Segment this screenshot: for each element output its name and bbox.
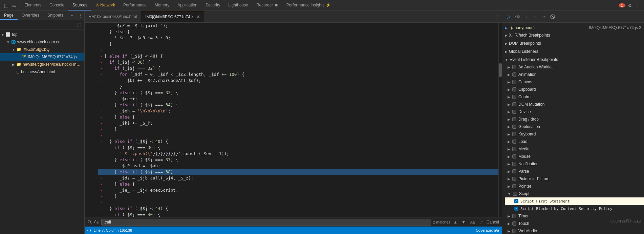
search-next-btn[interactable]: ▼: [460, 219, 467, 225]
inspect-icon[interactable]: ⬚: [3, 2, 9, 9]
bp-item-media[interactable]: ▶ Media: [505, 145, 644, 153]
bp-item-mouse[interactable]: ▶ Mouse: [505, 153, 644, 160]
bp-dom-mut-checkbox[interactable]: [512, 102, 516, 106]
tree-item-ixkzon[interactable]: ▼ 📁 iXkZonSlgCbQ: [0, 46, 84, 53]
bp-control-checkbox[interactable]: [512, 95, 516, 99]
html-file-icon: ◻: [16, 69, 20, 74]
tab-close-icon[interactable]: ✕: [196, 14, 200, 20]
tab-elements[interactable]: Elements: [20, 0, 45, 10]
sidebar-tab-page[interactable]: Page: [0, 11, 18, 20]
gutter-line-24: [85, 169, 92, 175]
tree-item-chinastock[interactable]: ▼ 🌐 www.chinastock.com.cn: [0, 38, 84, 46]
bp-item-pointer[interactable]: ▶ Pointer: [505, 183, 644, 190]
bp-geo-checkbox[interactable]: [512, 125, 516, 129]
search-input[interactable]: [101, 219, 431, 226]
sidebar-tab-more[interactable]: »: [69, 11, 75, 20]
vm108-tab-label: VM108 businessAnnc.html: [89, 14, 137, 19]
bp-script-first-checkbox[interactable]: [514, 199, 518, 203]
search-cancel-btn[interactable]: Cancel: [487, 220, 499, 225]
search-prev-btn[interactable]: ▲: [452, 219, 458, 225]
bp-item-control[interactable]: ▶ Control: [505, 93, 644, 101]
bp-item-animation[interactable]: ▶ Animation: [505, 71, 644, 78]
bp-media-checkbox[interactable]: [512, 147, 516, 151]
device-icon[interactable]: ▭: [11, 2, 18, 9]
svg-point-2: [517, 16, 519, 18]
tab-performance[interactable]: Performance: [119, 0, 151, 10]
bp-item-script-blocked[interactable]: Script Blocked by Content Security Polic…: [505, 205, 644, 212]
step-over-btn[interactable]: [514, 13, 521, 20]
code-line-16: - _$k$ += _$_P;: [98, 120, 498, 126]
bp-item-parse[interactable]: ▶ Parse: [505, 168, 644, 175]
tab-application[interactable]: Application: [173, 0, 201, 10]
tree-item-top[interactable]: ▼ ⬜ top: [0, 31, 84, 38]
more-options-icon[interactable]: ⋮: [635, 2, 641, 9]
bp-mouse-checkbox[interactable]: [512, 154, 516, 158]
call-stack-item[interactable]: ▶ (anonymous) IM0jQktM6FSQ.6771a74.js:3: [502, 24, 644, 31]
bp-item-canvas[interactable]: ▶ Canvas: [505, 78, 644, 86]
bp-pointer-checkbox[interactable]: [512, 184, 516, 188]
bp-item-notification[interactable]: ▶ Notification: [505, 160, 644, 168]
sidebar-tab-snippets[interactable]: Snippets: [43, 11, 67, 20]
bp-item-pip[interactable]: ▶ Picture-in-Picture: [505, 175, 644, 183]
bp-item-drag-drop[interactable]: ▶ Drag / drop: [505, 115, 644, 123]
bp-section-xhr-header[interactable]: ▶ XHR/fetch Breakpoints: [502, 31, 644, 39]
step-btn[interactable]: →: [540, 13, 548, 20]
code-editor[interactable]: - _$cZ = _$_f.join('');- } else {- !_$e_…: [85, 23, 502, 217]
editor-tab-jsfile[interactable]: IM0jQktM6FSQ.6771a74.js ✕: [141, 11, 205, 22]
search-regex-btn[interactable]: .*: [478, 219, 484, 225]
bp-section-event-header[interactable]: ▼ Event Listener Breakpoints: [502, 56, 644, 63]
bp-item-keyboard[interactable]: ▶ Keyboard: [505, 130, 644, 138]
bp-timer-checkbox[interactable]: [512, 214, 516, 218]
settings-icon[interactable]: ⚙: [626, 2, 633, 9]
bp-item-script[interactable]: ▼ Script: [505, 190, 644, 197]
bp-device-checkbox[interactable]: [512, 110, 516, 114]
tab-perf-insights[interactable]: Performance insights ⚡: [282, 0, 335, 10]
tree-item-html[interactable]: ◻ businessAnnc.html: [0, 68, 84, 76]
deactivate-btn[interactable]: [549, 13, 556, 20]
bp-item-script-first[interactable]: Script First Statement: [505, 197, 644, 205]
tree-item-jsfile[interactable]: JS IM0jQktM6FSQ.6771a74.js: [0, 53, 84, 61]
tab-network[interactable]: ⚠ Network: [91, 0, 119, 10]
bp-keyboard-checkbox[interactable]: [512, 132, 516, 136]
bp-script-checkbox[interactable]: [513, 192, 517, 196]
bp-item-load[interactable]: ▶ Load: [505, 138, 644, 145]
bp-clipboard-checkbox[interactable]: [512, 87, 516, 91]
scrollbar-track[interactable]: [498, 23, 502, 217]
bp-anim-checkbox[interactable]: [512, 72, 516, 77]
bp-item-clipboard[interactable]: ▶ Clipboard: [505, 86, 644, 93]
step-out-btn[interactable]: ↑: [531, 13, 539, 20]
tab-memory[interactable]: Memory: [151, 0, 173, 10]
tab-lighthouse[interactable]: Lighthouse: [224, 0, 252, 10]
sidebar-tab-overrides[interactable]: Overrides: [18, 11, 43, 20]
step-into-btn[interactable]: ↓: [522, 13, 530, 20]
bp-notif-checkbox[interactable]: [512, 162, 516, 166]
search-match-case-btn[interactable]: Aa: [469, 219, 476, 225]
bp-drag-checkbox[interactable]: [512, 117, 516, 121]
sidebar-more-options[interactable]: ⋮: [76, 11, 84, 20]
editor-tab-vm108[interactable]: VM108 businessAnnc.html: [85, 11, 141, 22]
bp-section-global-header[interactable]: ▶ Global Listeners: [502, 48, 644, 55]
bp-item-dom-mutation[interactable]: ▶ DOM Mutation: [505, 101, 644, 108]
tab-console[interactable]: Console: [45, 0, 68, 10]
bp-canvas-checkbox[interactable]: [512, 80, 516, 84]
tab-recorder[interactable]: Recorder ⏺: [252, 0, 282, 10]
sidebar-pin-icon[interactable]: ⬚: [76, 21, 83, 28]
resume-btn[interactable]: ▷: [505, 13, 512, 20]
toggle-sidebar-icon[interactable]: ⬚: [492, 13, 499, 20]
tab-sources[interactable]: Sources: [68, 0, 91, 10]
bp-item-geolocation[interactable]: ▶ Geolocation: [505, 123, 644, 130]
bp-ad-checkbox[interactable]: [512, 65, 516, 69]
bp-item-device[interactable]: ▶ Device: [505, 108, 644, 115]
bp-touch-checkbox[interactable]: [512, 221, 516, 226]
tree-item-newsite[interactable]: ▶ 📁 newsite/cgs-services/stockFinance: [0, 61, 84, 68]
bp-item-webaudio[interactable]: ▶ WebAudio: [505, 227, 644, 234]
bp-webaudio-checkbox[interactable]: [512, 229, 516, 233]
bp-section-dom-header[interactable]: ▶ DOM Breakpoints: [502, 40, 644, 47]
bp-script-blocked-checkbox[interactable]: [514, 207, 518, 211]
call-stack-location: IM0jQktM6FSQ.6771a74.js:3: [589, 25, 641, 30]
tab-security[interactable]: Security: [201, 0, 224, 10]
bp-parse-checkbox[interactable]: [512, 169, 516, 173]
bp-load-checkbox[interactable]: [512, 140, 516, 144]
bp-item-ad-auction[interactable]: ▶ Ad Auction Worklet: [505, 63, 644, 71]
bp-pip-checkbox[interactable]: [512, 177, 516, 181]
